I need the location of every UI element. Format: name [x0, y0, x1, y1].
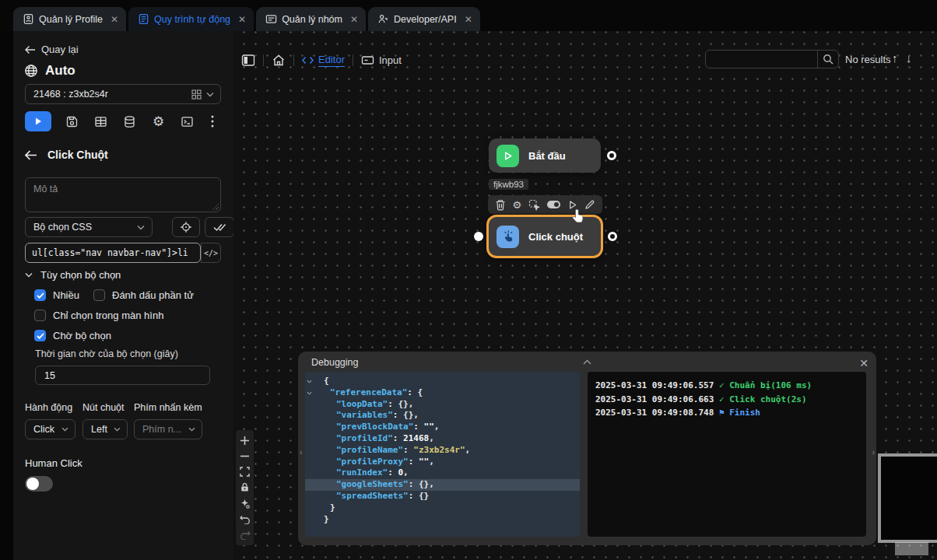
human-click-toggle[interactable]: [25, 476, 53, 492]
panel-right-chevron[interactable]: ›: [872, 448, 875, 457]
debug-log-list: 2025-03-31 09:49:06.557 ✓ Chuẩn bị(106 m…: [595, 379, 858, 420]
home-button[interactable]: [272, 54, 286, 67]
click-node-input-handle[interactable]: [474, 232, 483, 241]
search-prev-button[interactable]: ↑: [892, 51, 898, 65]
debug-json-line[interactable]: "loopData": {},: [305, 399, 580, 411]
table-button[interactable]: [86, 115, 115, 128]
debug-json-line[interactable]: {: [305, 376, 580, 387]
tab-label: Quản lý Profile: [39, 14, 103, 25]
undo-button[interactable]: [239, 513, 251, 525]
checkbox-multiple[interactable]: Nhiều: [34, 289, 79, 301]
zoom-in-button[interactable]: [239, 435, 251, 446]
input-tab[interactable]: Input: [361, 54, 402, 66]
search-next-button[interactable]: ↓: [906, 51, 912, 65]
code-view-button[interactable]: </>: [201, 243, 221, 263]
editor-tab[interactable]: Editor: [302, 54, 345, 67]
search-icon[interactable]: [818, 54, 838, 65]
debug-json-line[interactable]: "profileName": "z3xb2s4r",: [305, 445, 580, 457]
debug-json-line[interactable]: "googleSheets": {},: [305, 479, 580, 491]
minimap-viewport[interactable]: [878, 453, 937, 543]
input-icon: [361, 54, 374, 66]
lock-button[interactable]: [239, 481, 251, 493]
search-results-status: No results: [845, 54, 891, 65]
selector-options-toggle[interactable]: Tùy chọn bộ chọn: [25, 269, 121, 281]
action-select[interactable]: Click: [25, 419, 75, 439]
tab-close-icon[interactable]: ✕: [465, 15, 472, 24]
tab-close-icon[interactable]: ✕: [350, 15, 358, 24]
click-node-label: Click chuột: [528, 231, 583, 243]
description-textarea[interactable]: Mô tả: [25, 177, 221, 212]
click-node-output-handle[interactable]: [608, 232, 617, 241]
close-panel-icon[interactable]: ✕: [859, 357, 869, 369]
run-button[interactable]: [25, 111, 51, 131]
verify-selector-button[interactable]: [205, 217, 234, 237]
pick-element-button[interactable]: [172, 217, 200, 237]
checkbox-icon[interactable]: [34, 289, 46, 301]
debug-json-line[interactable]: "variables": {},: [305, 410, 580, 422]
checkbox-wait-selector[interactable]: Chờ bộ chọn: [34, 330, 111, 341]
checkbox-highlight-element[interactable]: Đánh dấu phần tử: [93, 289, 194, 301]
checkbox-icon[interactable]: [93, 289, 105, 301]
fit-view-button[interactable]: [239, 466, 251, 478]
flag-icon: ⚑: [719, 408, 729, 418]
canvas-zoom-toolbar: [236, 430, 254, 545]
selector-input[interactable]: ul[class="nav navbar-nav"]>li: [25, 243, 201, 263]
selector-type-select[interactable]: Bộ chọn CSS: [25, 217, 153, 237]
delete-node-button[interactable]: [495, 199, 506, 211]
debug-log-pane[interactable]: 2025-03-31 09:49:06.557 ✓ Chuẩn bị(106 m…: [588, 372, 866, 537]
block-header: Click Chuột: [25, 149, 108, 161]
globe-icon: [24, 64, 38, 78]
toggle-panel-button[interactable]: [241, 54, 255, 67]
checkbox-label: Nhiều: [53, 289, 79, 301]
description-placeholder: Mô tả: [33, 184, 58, 194]
debug-json-line[interactable]: "profileProxy": "",: [305, 457, 580, 468]
debug-json-line[interactable]: "runIndex": 0,: [305, 467, 580, 479]
debug-json-line[interactable]: }: [305, 514, 580, 526]
debug-json-line[interactable]: "spreadSheets": {}: [305, 491, 580, 502]
database-button[interactable]: [115, 115, 144, 128]
more-button[interactable]: [202, 115, 223, 128]
timeout-input[interactable]: 15: [35, 366, 210, 385]
tab-profile-manager[interactable]: Quản lý Profile ✕: [13, 7, 126, 31]
code-view-label: </>: [204, 249, 218, 257]
debug-json-pane[interactable]: {"referenceData": {"loopData": {},"varia…: [305, 372, 580, 537]
resize-handle[interactable]: [212, 204, 219, 210]
node-enable-toggle[interactable]: [547, 201, 560, 208]
search-input[interactable]: [706, 51, 817, 68]
checkbox-icon[interactable]: [34, 310, 46, 321]
tab-developer-api[interactable]: Developer/API ✕: [368, 7, 480, 31]
debug-json-line[interactable]: }: [305, 502, 580, 514]
tab-automation[interactable]: Quy trình tự động ✕: [128, 7, 254, 31]
magic-select-button[interactable]: [239, 498, 251, 509]
tab-close-icon[interactable]: ✕: [111, 15, 118, 24]
panel-left-chevron[interactable]: ‹: [300, 448, 302, 457]
mouse-button-select[interactable]: Left: [82, 419, 128, 439]
profile-select[interactable]: 21468 : z3xb2s4r: [25, 84, 221, 104]
save-button[interactable]: [58, 115, 86, 128]
zoom-out-button[interactable]: [239, 450, 251, 462]
redo-button[interactable]: [239, 529, 251, 541]
tab-close-icon[interactable]: ✕: [238, 15, 246, 24]
action-value: Click: [33, 424, 54, 435]
checkbox-icon[interactable]: [34, 330, 46, 341]
check-icon: ✓: [719, 380, 729, 390]
terminal-button[interactable]: [173, 115, 202, 128]
start-node-output-handle[interactable]: [607, 151, 616, 160]
select-element-button[interactable]: [528, 199, 540, 211]
checkbox-viewport-only[interactable]: Chỉ chọn trong màn hình: [34, 310, 163, 321]
arrow-left-icon[interactable]: [25, 150, 37, 160]
back-link[interactable]: Quay lại: [25, 44, 79, 55]
debug-json-line[interactable]: "referenceData": {: [305, 387, 580, 399]
node-settings-button[interactable]: ⚙: [513, 200, 522, 210]
selector-type-value: Bộ chọn CSS: [33, 222, 92, 233]
collapse-panel-icon[interactable]: [583, 359, 591, 365]
action-label: Hành động: [25, 402, 72, 413]
modifier-select[interactable]: Phím n...: [134, 419, 202, 439]
settings-button[interactable]: ⚙: [144, 115, 173, 128]
code-icon: [302, 56, 314, 65]
tab-bar: Quản lý Profile ✕ Quy trình tự động ✕ Qu…: [0, 0, 937, 31]
start-node[interactable]: Bắt đầu: [489, 138, 601, 173]
debug-json-line[interactable]: "profileId": 21468,: [305, 433, 580, 445]
tab-group-manager[interactable]: Quản lý nhóm ✕: [256, 7, 366, 31]
debug-json-line[interactable]: "prevBlockData": "",: [305, 422, 580, 433]
